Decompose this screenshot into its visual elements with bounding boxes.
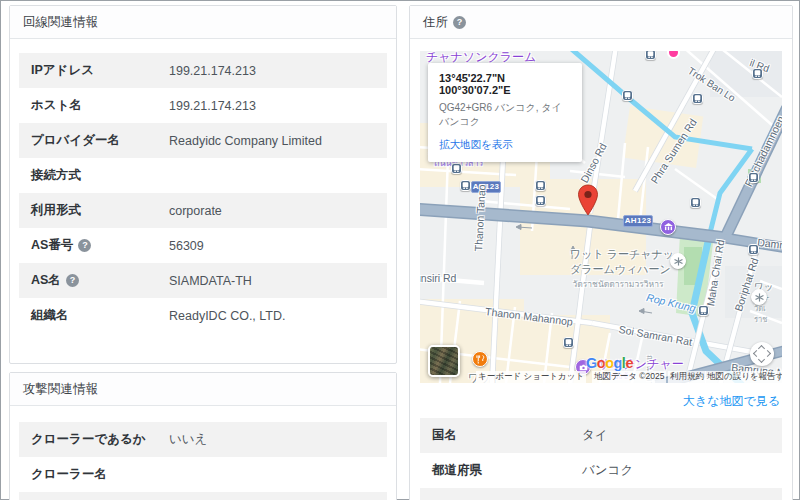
- map-embed[interactable]: チャナソンクラーム カオサン通り ถนนข้าวสาร Dinso Rd Tha…: [420, 51, 782, 383]
- address-title: 住所: [423, 14, 448, 31]
- map-label-bunsiri-rd: Bunsiri Rd: [420, 272, 456, 284]
- row-label: IPアドレス: [31, 62, 94, 79]
- row-label: クローラーであるか: [31, 431, 146, 448]
- map-data-text: 地図データ ©2025: [592, 371, 666, 383]
- help-icon[interactable]: ?: [66, 274, 79, 287]
- row-label: 組織名: [31, 307, 69, 324]
- right-column: 住所 ?: [409, 5, 793, 495]
- bus-stop-icon[interactable]: [748, 172, 759, 183]
- coordinates-text: 13°45'22.7"N 100°30'07.2"E: [439, 72, 571, 96]
- row-as-name: AS名? SIAMDATA-TH: [19, 263, 387, 298]
- row-ip-address: IPアドレス 199.21.174.213: [19, 53, 387, 88]
- row-value: ReadyIDC CO., LTD.: [169, 309, 285, 323]
- row-label: プロバイダー名: [31, 132, 120, 149]
- temple-icon[interactable]: [751, 289, 767, 305]
- row-crawler-name: クローラー名: [19, 457, 387, 492]
- address-header: 住所 ?: [410, 6, 792, 39]
- row-value: Readyidc Company Limited: [169, 134, 322, 148]
- map-info-box: 13°45'22.7"N 100°30'07.2"E QG42+GR6 バンコク…: [428, 63, 582, 162]
- row-value: いいえ: [169, 431, 207, 448]
- map-attribution: キーボード ショートカット 地図データ ©2025 利用規約 地図の誤りを報告す…: [420, 370, 782, 383]
- address-card: 住所 ?: [409, 5, 793, 500]
- keyboard-shortcuts-link[interactable]: キーボード ショートカット: [476, 371, 586, 383]
- temple-icon[interactable]: [670, 253, 686, 269]
- attack-info-card: 攻撃関連情報 クローラーであるか いいえ クローラー名: [9, 372, 397, 500]
- row-as-number: AS番号? 56309: [19, 228, 387, 263]
- line-info-title: 回線関連情報: [23, 14, 98, 31]
- row-value: 56309: [169, 239, 204, 253]
- row-hostname: ホスト名 199.21.174.213: [19, 88, 387, 123]
- bus-stop-icon[interactable]: [748, 244, 759, 255]
- row-label: AS番号: [31, 237, 73, 254]
- view-larger-map-link[interactable]: 拡大地図を表示: [439, 138, 571, 152]
- row-value: corporate: [169, 204, 222, 218]
- help-icon[interactable]: ?: [78, 239, 91, 252]
- bus-stop-icon[interactable]: [622, 90, 633, 101]
- location-pin-icon[interactable]: [577, 184, 599, 220]
- row-label: クローラー名: [31, 466, 107, 483]
- bus-stop-icon[interactable]: [698, 305, 709, 316]
- bus-stop-icon[interactable]: [645, 51, 656, 60]
- satellite-toggle[interactable]: [428, 345, 460, 377]
- row-label: 国名: [432, 427, 457, 444]
- row-prefecture: 都道府県 バンコク: [420, 453, 782, 488]
- museum-icon[interactable]: [660, 219, 676, 235]
- row-value: タイ: [582, 427, 608, 444]
- row-organization: 組織名 ReadyIDC CO., LTD.: [19, 298, 387, 333]
- row-usage-type: 利用形式 corporate: [19, 193, 387, 228]
- view-larger-map-external-link[interactable]: 大きな地図で見る: [683, 394, 780, 408]
- map-label-wat-ratchanatdaram: ワット ラーチャナッ ダラームウィハーン วัดราชนัดดารามวรวิห…: [570, 247, 666, 291]
- row-label: 接続方式: [31, 167, 81, 184]
- help-icon[interactable]: ?: [453, 16, 466, 29]
- row-value: バンコク: [582, 462, 633, 479]
- row-value: SIAMDATA-TH: [169, 274, 252, 288]
- row-provider: プロバイダー名 Readyidc Company Limited: [19, 123, 387, 158]
- row-label: AS名: [31, 272, 61, 289]
- attack-info-title: 攻撃関連情報: [23, 381, 98, 398]
- bus-stop-icon[interactable]: [460, 180, 471, 191]
- row-label: 利用形式: [31, 202, 81, 219]
- google-logo: Google: [586, 355, 633, 371]
- terms-link[interactable]: 利用規約: [668, 371, 706, 383]
- ip-info-page: 回線関連情報 IPアドレス 199.21.174.213 ホスト名 199.21…: [0, 0, 800, 500]
- report-error-link[interactable]: 地図の誤りを報告する: [705, 371, 782, 383]
- row-is-crawler: クローラーであるか いいえ: [19, 422, 387, 457]
- attack-info-header: 攻撃関連情報: [10, 373, 396, 406]
- row-connection-type: 接続方式: [19, 158, 387, 193]
- bus-stop-icon[interactable]: [535, 195, 546, 206]
- map-label-damr: Damr: [757, 236, 782, 251]
- row-value: 199.21.174.213: [169, 99, 256, 113]
- row-country: 国名 タイ: [420, 418, 782, 453]
- bus-stop-icon[interactable]: [692, 93, 703, 104]
- line-info-header: 回線関連情報: [10, 6, 396, 39]
- row-value: 199.21.174.213: [169, 64, 256, 78]
- info-row-partial: [420, 488, 782, 500]
- bus-stop-icon[interactable]: [535, 180, 546, 191]
- row-label: 都道府県: [432, 462, 482, 479]
- line-info-card: 回線関連情報 IPアドレス 199.21.174.213 ホスト名 199.21…: [9, 5, 397, 364]
- restaurant-icon[interactable]: [472, 351, 488, 367]
- bus-stop-icon[interactable]: [752, 68, 763, 79]
- left-column: 回線関連情報 IPアドレス 199.21.174.213 ホスト名 199.21…: [9, 5, 397, 495]
- route-shield-ah123: AH123: [623, 215, 653, 227]
- pan-control[interactable]: [750, 342, 774, 366]
- bus-stop-icon[interactable]: [451, 163, 462, 174]
- view-larger-map-row: 大きな地図で見る: [420, 383, 782, 418]
- plus-code-text: QG42+GR6 バンコク, タイ バンコク: [439, 101, 571, 129]
- bus-stop-icon[interactable]: [690, 197, 701, 208]
- bus-stop-icon[interactable]: [563, 337, 574, 348]
- info-row-partial: [19, 492, 387, 500]
- row-label: ホスト名: [31, 97, 82, 114]
